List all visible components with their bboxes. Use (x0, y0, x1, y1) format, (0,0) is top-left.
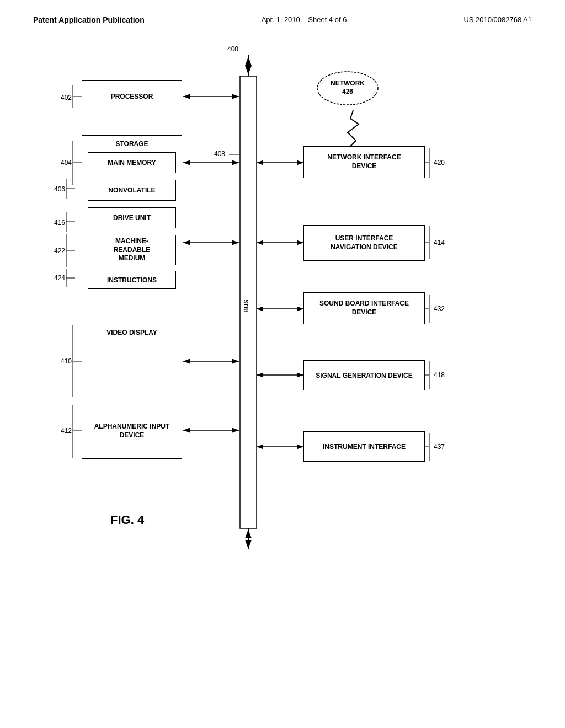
svg-text:426: 426 (342, 88, 353, 95)
network-interface-box: NETWORK INTERFACE DEVICE (303, 146, 425, 178)
ref-422: 422 (54, 247, 65, 255)
ref-412: 412 (61, 427, 72, 435)
page-header: Patent Application Publication Apr. 1, 2… (0, 0, 565, 24)
header-right: US 2010/0082768 A1 (463, 15, 532, 24)
figure-label: FIG. 4 (110, 513, 144, 527)
ref-408: 408 (214, 150, 225, 158)
ref-437: 437 (434, 443, 445, 451)
ref-420: 420 (434, 159, 445, 167)
header-center: Apr. 1, 2010 Sheet 4 of 6 (262, 15, 347, 24)
user-interface-box: USER INTERFACE NAVIGATION DEVICE (303, 225, 425, 261)
instructions-box: INSTRUCTIONS (88, 271, 176, 289)
ref-402: 402 (61, 94, 72, 101)
header-left: Patent Application Publication (33, 15, 145, 24)
storage-box: STORAGE MAIN MEMORY NONVOLATILE DRIVE UN… (82, 135, 182, 295)
processor-box: PROCESSOR (82, 80, 182, 113)
ref-410: 410 (61, 357, 72, 365)
svg-text:BUS: BUS (243, 299, 249, 312)
ref-414: 414 (434, 239, 445, 247)
instrument-interface-box: INSTRUMENT INTERFACE (303, 431, 425, 462)
svg-text:NETWORK: NETWORK (331, 79, 365, 87)
machine-readable-box: MACHINE- READABLE MEDIUM (88, 235, 176, 265)
signal-generation-box: SIGNAL GENERATION DEVICE (303, 360, 425, 390)
ref-404: 404 (61, 159, 72, 167)
main-memory-box: MAIN MEMORY (88, 152, 176, 173)
ref-406: 406 (54, 185, 65, 193)
diagram-area: BUS NETWORK 426 (33, 55, 530, 662)
ref-418: 418 (434, 371, 445, 379)
svg-point-20 (317, 72, 378, 105)
alphanumeric-box: ALPHANUMERIC INPUT DEVICE (82, 404, 182, 459)
nonvolatile-box: NONVOLATILE (88, 180, 176, 201)
ref-432: 432 (434, 305, 445, 313)
ref-424: 424 (54, 274, 65, 282)
svg-rect-6 (240, 76, 257, 528)
drive-unit-box: DRIVE UNIT (88, 207, 176, 228)
sound-board-box: SOUND BOARD INTERFACE DEVICE (303, 292, 425, 324)
ref-416: 416 (54, 219, 65, 227)
ref-400: 400 (227, 45, 238, 53)
video-display-box: VIDEO DISPLAY (82, 324, 182, 395)
